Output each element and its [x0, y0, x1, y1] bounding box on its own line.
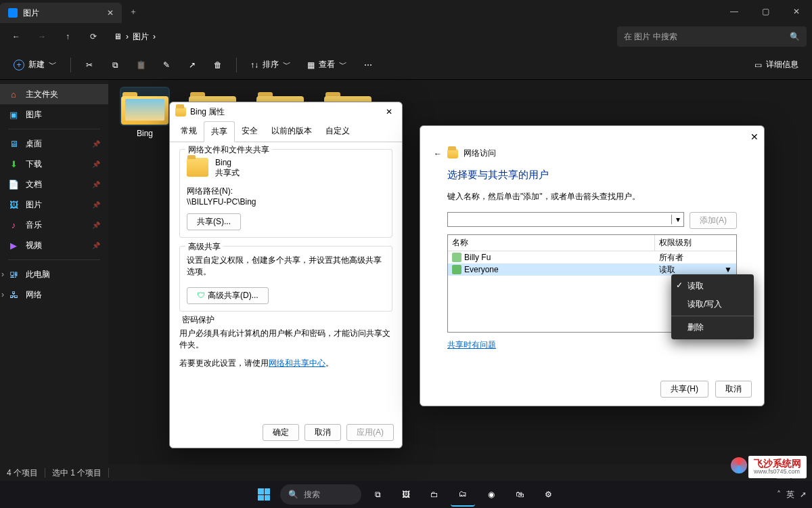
video-icon: ▶	[8, 240, 19, 251]
chevron-down-icon[interactable]: ▼	[724, 265, 732, 274]
search-icon: 🔍	[790, 32, 800, 41]
menu-item-read[interactable]: 读取	[671, 277, 754, 295]
tab-general[interactable]: 常规	[174, 121, 204, 142]
dialog-subtext: 键入名称，然后单击"添加"，或者单击箭头查找用户。	[447, 191, 737, 203]
tab-pictures[interactable]: 图片 ✕	[0, 3, 122, 23]
start-button[interactable]	[252, 482, 276, 507]
menu-item-readwrite[interactable]: 读取/写入	[671, 295, 754, 314]
refresh-button[interactable]: ⟳	[83, 26, 104, 47]
tab-security[interactable]: 安全	[235, 121, 265, 142]
taskbar: 🔍搜索 ⧉ 🖼 🗀 🗂 ◉ 🛍 ⚙ ˄ 英 ➚	[0, 481, 812, 508]
ime-icon[interactable]: ➚	[800, 490, 807, 499]
dialog-titlebar[interactable]: ✕	[420, 126, 764, 148]
group-icon	[452, 265, 461, 274]
taskbar-explorer[interactable]: 🗂	[451, 482, 475, 507]
paste-button[interactable]: 📋	[129, 54, 152, 76]
back-button[interactable]: ←	[434, 149, 442, 158]
separator	[45, 468, 45, 478]
sort-button[interactable]: ↑↓ 排序 ﹀	[244, 54, 298, 76]
sidebar-item-home[interactable]: ⌂主文件夹	[0, 84, 108, 104]
watermark-icon	[731, 457, 747, 473]
tray-chevron-icon[interactable]: ˄	[777, 490, 781, 499]
minimize-button[interactable]: —	[719, 0, 750, 23]
maximize-button[interactable]: ▢	[750, 0, 781, 23]
close-window-button[interactable]: ✕	[781, 0, 812, 23]
tab-custom[interactable]: 自定义	[319, 121, 357, 142]
sidebar-item-gallery[interactable]: ▣图库	[0, 104, 108, 125]
apply-button[interactable]: 应用(A)	[346, 424, 394, 441]
properties-dialog: Bing 属性 ✕ 常规 共享 安全 以前的版本 自定义 网络文件和文件夹共享 …	[169, 102, 403, 448]
cancel-button[interactable]: 取消	[715, 381, 752, 398]
sidebar-item-videos[interactable]: ▶视频📌	[0, 235, 108, 255]
new-tab-button[interactable]: ＋	[122, 0, 145, 23]
network-icon: 🖧	[8, 289, 19, 300]
task-view-button[interactable]: ⧉	[365, 482, 390, 507]
close-icon[interactable]: ✕	[750, 131, 759, 142]
details-pane-button[interactable]: ▭ 详细信息	[748, 54, 805, 76]
selection-count: 选中 1 个项目	[52, 467, 102, 479]
sidebar-item-downloads[interactable]: ⬇下载📌	[0, 154, 108, 174]
user-combobox[interactable]: ▾	[447, 212, 684, 227]
item-count: 4 个项目	[7, 467, 38, 479]
chevron-right-icon: ›	[126, 32, 129, 41]
group-password-protect: 密码保护 用户必须具有此计算机的用户帐户和密码，才能访问共享文件夹。 若要更改此…	[179, 320, 392, 376]
sidebar-item-pictures[interactable]: 🖼图片📌	[0, 194, 108, 215]
new-button[interactable]: +新建﹀	[7, 54, 64, 76]
taskbar-settings[interactable]: ⚙	[536, 482, 560, 507]
dialog-titlebar[interactable]: Bing 属性 ✕	[170, 102, 402, 121]
sidebar-item-documents[interactable]: 📄文档📌	[0, 174, 108, 194]
menu-item-remove[interactable]: 删除	[671, 318, 754, 337]
breadcrumb[interactable]: 🖥 › 图片 ›	[108, 31, 613, 43]
ok-button[interactable]: 确定	[263, 424, 299, 441]
column-permission[interactable]: 权限级别	[655, 235, 736, 251]
close-tab-icon[interactable]: ✕	[107, 8, 114, 18]
column-name[interactable]: 名称	[448, 235, 655, 251]
sidebar-item-network[interactable]: 🖧网络	[0, 284, 108, 305]
system-tray[interactable]: ˄ 英 ➚	[777, 489, 807, 501]
pictures-icon	[8, 8, 18, 18]
tab-sharing[interactable]: 共享	[204, 121, 235, 142]
taskbar-store[interactable]: 🛍	[508, 482, 532, 507]
taskbar-app[interactable]: 🗀	[422, 482, 447, 507]
taskbar-app[interactable]: 🖼	[394, 482, 418, 507]
rename-button[interactable]: ✎	[155, 54, 178, 76]
folder-icon	[121, 88, 168, 125]
more-button[interactable]: ⋯	[357, 54, 380, 76]
separator	[108, 468, 109, 478]
download-icon: ⬇	[8, 158, 19, 169]
close-icon[interactable]: ✕	[382, 106, 397, 118]
tab-previous[interactable]: 以前的版本	[265, 121, 319, 142]
sidebar-item-thispc[interactable]: 🖳此电脑	[0, 264, 108, 284]
network-center-link[interactable]: 网络和共享中心	[269, 358, 325, 368]
cancel-button[interactable]: 取消	[304, 424, 341, 441]
crumb-pictures[interactable]: 图片	[133, 31, 149, 43]
cut-button[interactable]: ✂	[78, 54, 101, 76]
folder-bing[interactable]: Bing	[116, 88, 173, 138]
sharing-trouble-link[interactable]: 共享时有问题	[447, 340, 496, 350]
share-button[interactable]: ↗	[181, 54, 204, 76]
add-button[interactable]: 添加(A)	[690, 212, 737, 229]
ime-indicator[interactable]: 英	[786, 489, 794, 501]
delete-button[interactable]: 🗑	[206, 54, 229, 76]
advanced-share-button[interactable]: 🛡高级共享(D)...	[187, 287, 269, 304]
share-button[interactable]: 共享(H)	[660, 381, 708, 398]
taskbar-search[interactable]: 🔍搜索	[280, 484, 361, 505]
up-button[interactable]: ↑	[57, 26, 78, 47]
sidebar-item-music[interactable]: ♪音乐📌	[0, 215, 108, 235]
user-row[interactable]: Billy Fu 所有者	[448, 251, 736, 263]
view-button[interactable]: ▦ 查看 ﹀	[300, 54, 354, 76]
tab-label: 图片	[23, 7, 39, 19]
search-input[interactable]: 在 图片 中搜索 🔍	[617, 26, 807, 47]
taskbar-edge[interactable]: ◉	[479, 482, 503, 507]
sidebar-item-desktop[interactable]: 🖥桌面📌	[0, 133, 108, 154]
forward-button[interactable]: →	[31, 26, 53, 47]
separator	[70, 58, 71, 72]
share-button[interactable]: 共享(S)...	[187, 213, 241, 230]
separator	[671, 316, 754, 316]
dialog-tabs: 常规 共享 安全 以前的版本 自定义	[170, 121, 402, 142]
chevron-down-icon[interactable]: ▾	[671, 215, 683, 224]
pin-icon: 📌	[92, 201, 100, 209]
back-button[interactable]: ←	[5, 26, 27, 47]
chevron-down-icon: ﹀	[283, 59, 291, 70]
copy-button[interactable]: ⧉	[104, 54, 127, 76]
